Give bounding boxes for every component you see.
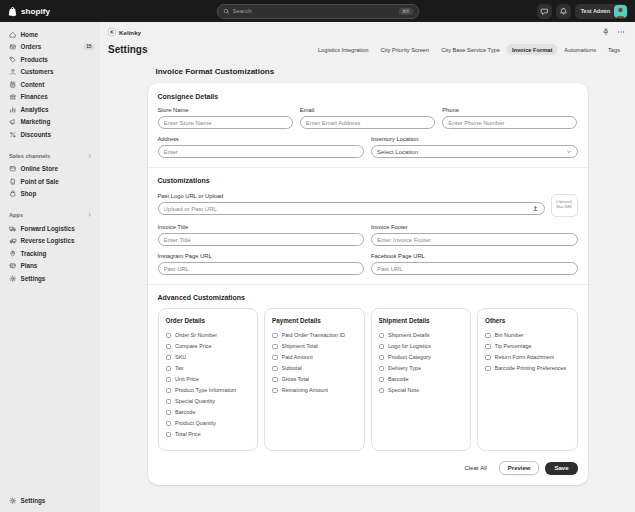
notifications-button[interactable] bbox=[556, 4, 571, 19]
sidebar-item[interactable]: Reverse Logistics bbox=[0, 235, 100, 248]
inbox-button[interactable] bbox=[537, 4, 552, 19]
checkbox-item[interactable]: SKU bbox=[166, 354, 251, 361]
checkbox[interactable] bbox=[485, 333, 491, 339]
checkbox[interactable] bbox=[379, 366, 385, 372]
checkbox-item[interactable]: Tip Percentage bbox=[485, 343, 570, 350]
checkbox-item[interactable]: Subtotal bbox=[272, 365, 357, 372]
inventory-location-select[interactable]: Select Location bbox=[371, 145, 578, 158]
sidebar-item[interactable]: Tracking bbox=[0, 247, 100, 260]
checkbox[interactable] bbox=[166, 432, 172, 438]
sidebar-item[interactable]: Content bbox=[0, 78, 100, 91]
checkbox-item[interactable]: Total Price bbox=[166, 431, 251, 438]
checkbox-item[interactable]: Special Note bbox=[379, 387, 464, 394]
checkbox-item[interactable]: Remaining Amount bbox=[272, 387, 357, 394]
facebook-url-input[interactable] bbox=[371, 262, 578, 275]
email-input[interactable] bbox=[300, 116, 435, 129]
checkbox[interactable] bbox=[272, 344, 278, 350]
tab[interactable]: Tags bbox=[603, 44, 625, 55]
sidebar-item[interactable]: Online Store bbox=[0, 163, 100, 176]
checkbox[interactable] bbox=[379, 344, 385, 350]
checkbox[interactable] bbox=[166, 333, 172, 339]
checkbox[interactable] bbox=[166, 355, 172, 361]
phone-input[interactable] bbox=[442, 116, 577, 129]
checkbox[interactable] bbox=[379, 377, 385, 383]
more-options-icon[interactable] bbox=[617, 28, 625, 36]
checkbox[interactable] bbox=[166, 377, 172, 383]
checkbox-item[interactable]: Barcode bbox=[379, 376, 464, 383]
checkbox[interactable] bbox=[166, 421, 172, 427]
checkbox-item[interactable]: Logo for Logistics bbox=[379, 343, 464, 350]
checkbox-item[interactable]: Unit Price bbox=[166, 376, 251, 383]
sidebar-item[interactable]: Forward Logistics bbox=[0, 222, 100, 235]
sidebar-item-settings[interactable]: Settings bbox=[0, 495, 100, 508]
sidebar-item[interactable]: Customers bbox=[0, 66, 100, 79]
checkbox-item[interactable]: Paid Order Transaction ID bbox=[272, 332, 357, 339]
shopify-logo[interactable]: shopify bbox=[7, 6, 50, 17]
checkbox-item[interactable]: Shipment Details bbox=[379, 332, 464, 339]
clear-all-button[interactable]: Clear All bbox=[458, 462, 492, 474]
checkbox[interactable] bbox=[166, 366, 172, 372]
sidebar-item[interactable]: Finances bbox=[0, 91, 100, 104]
instagram-url-input[interactable] bbox=[158, 262, 365, 275]
checkbox[interactable] bbox=[272, 355, 278, 361]
sidebar-item[interactable]: Marketing bbox=[0, 116, 100, 129]
save-button[interactable]: Save bbox=[545, 462, 577, 475]
search-input[interactable]: Search ⌘K bbox=[217, 4, 419, 19]
checkbox[interactable] bbox=[485, 344, 491, 350]
tab[interactable]: City Priority Screen bbox=[376, 44, 435, 55]
sidebar-item[interactable]: Shop bbox=[0, 188, 100, 201]
checkbox-item[interactable]: Compare Price bbox=[166, 343, 251, 350]
checkbox[interactable] bbox=[166, 344, 172, 350]
sidebar-section-apps[interactable]: Apps bbox=[0, 210, 100, 220]
tab[interactable]: Automations bbox=[559, 44, 601, 55]
checkbox[interactable] bbox=[485, 366, 491, 372]
logo-url-text-input[interactable] bbox=[164, 206, 529, 212]
checkbox-item[interactable]: Product Category bbox=[379, 354, 464, 361]
checkbox[interactable] bbox=[485, 355, 491, 361]
checkbox[interactable] bbox=[272, 377, 278, 383]
logo-url-input[interactable] bbox=[158, 202, 545, 215]
user-menu[interactable]: Test Admin bbox=[575, 4, 628, 19]
checkbox-item[interactable]: Product Type Information bbox=[166, 387, 251, 394]
checkbox[interactable] bbox=[166, 410, 172, 416]
checkbox-item[interactable]: Product Quantity bbox=[166, 420, 251, 427]
tab[interactable]: City Base Service Type bbox=[436, 44, 505, 55]
store-name-input[interactable] bbox=[158, 116, 293, 129]
checkbox[interactable] bbox=[272, 333, 278, 339]
checkbox-item[interactable]: Barcode bbox=[166, 409, 251, 416]
address-input[interactable] bbox=[158, 145, 365, 158]
checkbox[interactable] bbox=[272, 388, 278, 394]
checkbox-item[interactable]: Delivery Type bbox=[379, 365, 464, 372]
sidebar-item[interactable]: Point of Sale bbox=[0, 175, 100, 188]
pin-icon[interactable] bbox=[602, 28, 610, 36]
checkbox[interactable] bbox=[166, 399, 172, 405]
invoice-title-input[interactable] bbox=[158, 233, 365, 246]
sidebar-item[interactable]: Plans bbox=[0, 260, 100, 273]
checkbox-item[interactable]: Gross Total bbox=[272, 376, 357, 383]
checkbox[interactable] bbox=[379, 355, 385, 361]
checkbox[interactable] bbox=[272, 366, 278, 372]
sidebar-item[interactable]: Analytics bbox=[0, 103, 100, 116]
invoice-footer-input[interactable] bbox=[371, 233, 578, 246]
checkbox-item[interactable]: Barcode Printing Preferences bbox=[485, 365, 570, 372]
checkbox-item[interactable]: Bin Number bbox=[485, 332, 570, 339]
tab[interactable]: Invoice Format bbox=[507, 44, 557, 55]
sidebar-item[interactable]: Settings bbox=[0, 272, 100, 285]
sidebar-item[interactable]: Orders 15 bbox=[0, 41, 100, 54]
checkbox[interactable] bbox=[379, 388, 385, 394]
sidebar-item[interactable]: Home bbox=[0, 28, 100, 41]
checkbox-item[interactable]: Order Sr Number bbox=[166, 332, 251, 339]
checkbox-item[interactable]: Return Form Attachment bbox=[485, 354, 570, 361]
checkbox-item[interactable]: Shipment Total bbox=[272, 343, 357, 350]
sidebar-section-sales-channels[interactable]: Sales channels bbox=[0, 151, 100, 161]
checkbox-item[interactable]: Paid Amount bbox=[272, 354, 357, 361]
tab[interactable]: Logistics Integration bbox=[313, 44, 374, 55]
breadcrumb[interactable]: K Kelinky bbox=[108, 28, 141, 36]
sidebar-item[interactable]: Discounts bbox=[0, 128, 100, 141]
preview-button[interactable]: Preview bbox=[499, 461, 540, 475]
checkbox-item[interactable]: Special Quantity bbox=[166, 398, 251, 405]
checkbox[interactable] bbox=[379, 333, 385, 339]
sidebar-item[interactable]: Products bbox=[0, 53, 100, 66]
checkbox-item[interactable]: Tax bbox=[166, 365, 251, 372]
upload-icon[interactable] bbox=[532, 205, 539, 212]
